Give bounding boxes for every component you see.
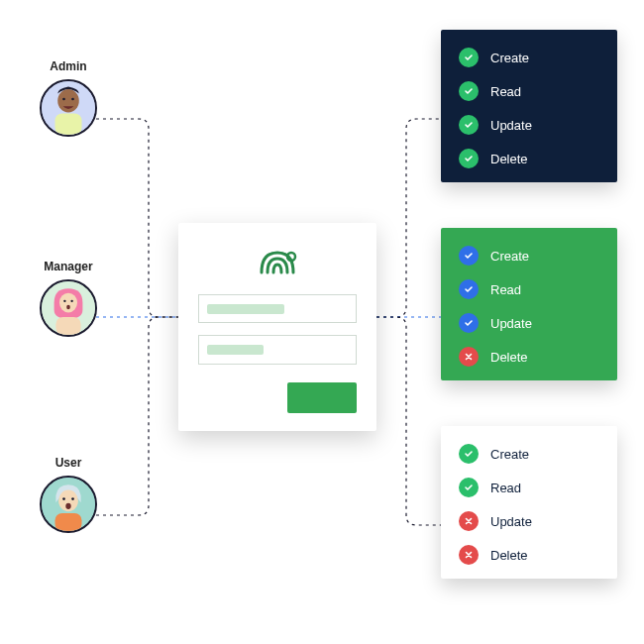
perm-row: Delete — [459, 347, 599, 367]
perm-label: Delete — [490, 548, 528, 563]
perm-label: Delete — [490, 350, 528, 365]
svg-rect-4 — [55, 113, 82, 135]
role-admin: Admin — [24, 59, 113, 137]
check-icon — [459, 48, 479, 67]
perm-row: Delete — [459, 149, 599, 168]
login-form — [178, 223, 376, 431]
perm-row: Create — [459, 246, 599, 266]
perm-label: Create — [490, 447, 529, 462]
perm-row: Read — [459, 81, 599, 101]
check-icon — [459, 444, 479, 464]
perm-label: Create — [490, 51, 529, 65]
svg-point-2 — [62, 98, 65, 101]
check-icon — [459, 478, 479, 497]
svg-point-8 — [70, 300, 72, 302]
svg-point-6 — [59, 293, 77, 313]
cross-icon — [459, 347, 479, 367]
perm-label: Delete — [490, 152, 528, 166]
perm-row: Update — [459, 115, 599, 135]
cross-icon — [459, 545, 479, 565]
perm-label: Update — [490, 316, 532, 331]
perm-row: Read — [459, 478, 599, 497]
avatar-manager — [40, 279, 97, 337]
svg-point-3 — [71, 98, 74, 101]
perm-label: Read — [490, 481, 521, 495]
login-button[interactable] — [287, 382, 357, 413]
perm-label: Update — [490, 514, 532, 529]
svg-point-7 — [63, 300, 65, 302]
perm-row: Delete — [459, 545, 599, 565]
perm-row: Create — [459, 444, 599, 464]
permissions-user: Create Read Update Delete — [441, 426, 617, 579]
role-manager: Manager — [24, 260, 113, 337]
perm-label: Read — [490, 84, 521, 99]
svg-point-1 — [57, 89, 79, 112]
perm-row: Update — [459, 511, 599, 531]
perm-label: Create — [490, 249, 529, 264]
permissions-manager: Create Read Update Delete — [441, 228, 617, 380]
role-user: User — [24, 456, 113, 533]
svg-rect-10 — [55, 317, 80, 335]
check-icon — [459, 81, 479, 101]
perm-label: Update — [490, 118, 532, 133]
check-icon — [459, 149, 479, 168]
svg-point-15 — [65, 503, 70, 509]
svg-point-14 — [71, 497, 74, 500]
perm-label: Read — [490, 282, 521, 297]
svg-point-17 — [287, 253, 295, 261]
role-label-user: User — [24, 456, 113, 470]
avatar-user — [40, 476, 97, 533]
permissions-admin: Create Read Update Delete — [441, 30, 617, 182]
avatar-admin — [40, 79, 97, 137]
perm-row: Read — [459, 279, 599, 299]
role-label-admin: Admin — [24, 59, 113, 73]
check-icon — [459, 279, 479, 299]
password-input[interactable] — [198, 335, 357, 364]
fingerprint-logo-icon — [254, 241, 301, 280]
svg-point-13 — [62, 497, 65, 500]
svg-point-9 — [66, 305, 70, 310]
role-label-manager: Manager — [24, 260, 113, 273]
svg-rect-16 — [55, 513, 82, 531]
perm-row: Create — [459, 48, 599, 67]
cross-icon — [459, 511, 479, 531]
username-input[interactable] — [198, 294, 357, 323]
perm-row: Update — [459, 313, 599, 333]
check-icon — [459, 246, 479, 266]
check-icon — [459, 115, 479, 135]
check-icon — [459, 313, 479, 333]
